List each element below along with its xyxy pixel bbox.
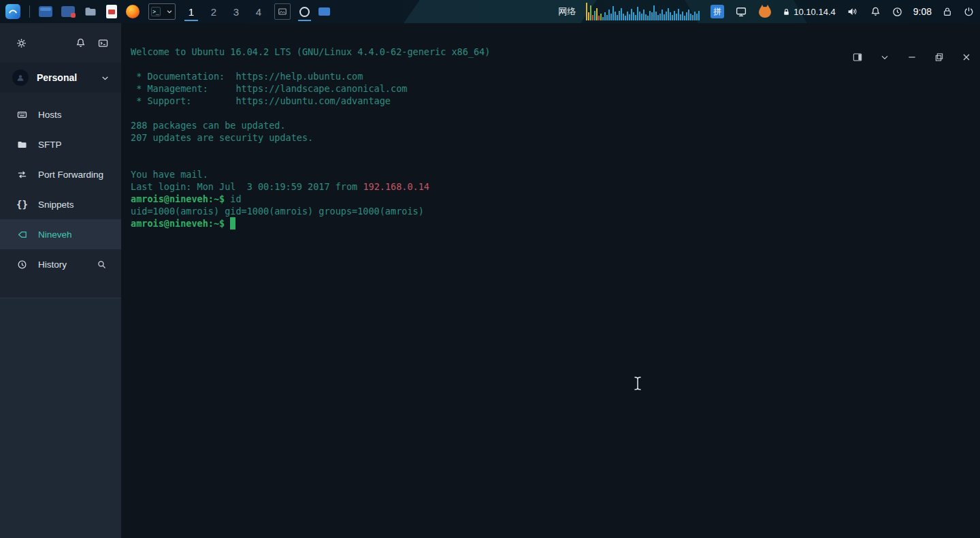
screenshot-tool-icon[interactable] bbox=[299, 1, 310, 22]
search-icon[interactable] bbox=[96, 259, 108, 270]
sidebar-item-sftp[interactable]: SFTP bbox=[0, 129, 121, 159]
editor-app-icon[interactable] bbox=[61, 6, 75, 17]
window-app-icon[interactable] bbox=[39, 6, 52, 17]
sidebar-nav: Hosts SFTP Port Forwarding {} Snippets N… bbox=[0, 99, 121, 279]
taskbar: >_ 1 2 3 4 网络 拼 10.10.14.4 9:08 bbox=[0, 0, 980, 23]
chevron-down-icon[interactable] bbox=[879, 52, 890, 63]
bell-icon[interactable] bbox=[75, 37, 86, 49]
pinyin-input-icon[interactable]: 拼 bbox=[710, 5, 724, 18]
chevron-down-icon bbox=[100, 73, 110, 83]
vpn-ip-indicator[interactable]: 10.10.14.4 bbox=[782, 7, 835, 17]
workspace-3-label: 3 bbox=[233, 6, 239, 18]
workspace-1[interactable]: 1 bbox=[184, 1, 198, 22]
taskbar-separator bbox=[29, 5, 30, 18]
sidebar-item-label: Snippets bbox=[38, 200, 121, 210]
terminal-output[interactable]: Welcome to Ubuntu 16.04.2 LTS (GNU/Linux… bbox=[131, 46, 490, 230]
gear-icon[interactable] bbox=[16, 37, 27, 49]
workspace-1-label: 1 bbox=[189, 6, 194, 18]
workspace-2[interactable]: 2 bbox=[207, 1, 220, 22]
power-icon[interactable] bbox=[963, 6, 975, 18]
sidebar-item-port-forwarding[interactable]: Port Forwarding bbox=[0, 159, 121, 189]
profile-label: Personal bbox=[37, 72, 92, 83]
clock-label[interactable]: 9:08 bbox=[913, 6, 932, 17]
minimize-icon[interactable] bbox=[906, 52, 917, 63]
sidebar-item-label: Hosts bbox=[38, 110, 121, 120]
workspace-2-label: 2 bbox=[211, 6, 216, 18]
lock-icon bbox=[782, 7, 791, 16]
close-icon[interactable] bbox=[961, 52, 972, 63]
sidebar-item-hosts[interactable]: Hosts bbox=[0, 99, 121, 129]
picture-icon bbox=[278, 7, 287, 16]
sidebar: Personal Hosts SFTP Port Forwarding {} S… bbox=[0, 23, 121, 538]
history-clock-icon bbox=[16, 259, 28, 270]
pinyin-label: 拼 bbox=[713, 6, 721, 18]
workspace-4-label: 4 bbox=[256, 6, 261, 18]
notifications-icon[interactable] bbox=[870, 6, 881, 18]
sidebar-item-snippets[interactable]: {} Snippets bbox=[0, 189, 121, 219]
terminal-selector[interactable]: >_ bbox=[148, 3, 176, 20]
profile-selector[interactable]: Personal bbox=[0, 63, 121, 93]
sidebar-item-nineveh[interactable]: Nineveh bbox=[0, 219, 121, 249]
system-monitor-graph bbox=[586, 3, 700, 20]
cat-app-icon[interactable] bbox=[758, 5, 772, 18]
text-cursor-pointer bbox=[633, 376, 642, 391]
terminal-mini-icon: >_ bbox=[151, 7, 161, 16]
avatar bbox=[12, 69, 29, 86]
terminal-badge-icon[interactable] bbox=[97, 37, 109, 49]
sidebar-lower-panel bbox=[0, 298, 121, 538]
time-tracker-icon[interactable] bbox=[892, 6, 903, 18]
termius-app-icon[interactable] bbox=[5, 4, 20, 19]
display-icon[interactable] bbox=[734, 5, 748, 18]
restore-icon[interactable] bbox=[934, 52, 945, 63]
ring-icon bbox=[299, 7, 310, 17]
sidebar-item-history[interactable]: History bbox=[0, 249, 121, 279]
volume-icon[interactable] bbox=[846, 5, 860, 18]
folder-icon bbox=[16, 139, 28, 151]
file-manager-icon[interactable] bbox=[84, 5, 97, 18]
sidebar-item-label: History bbox=[38, 259, 86, 270]
sidebar-item-label: Port Forwarding bbox=[38, 170, 121, 180]
network-label: 网络 bbox=[558, 5, 576, 18]
window-controls bbox=[852, 52, 972, 63]
firefox-icon[interactable] bbox=[126, 5, 140, 18]
snippets-icon: {} bbox=[16, 199, 28, 210]
sidebar-item-label: SFTP bbox=[38, 140, 121, 150]
split-view-icon[interactable] bbox=[852, 52, 863, 63]
host-tag-icon bbox=[16, 229, 28, 240]
ip-address-label: 10.10.14.4 bbox=[794, 7, 835, 17]
minimized-window-icon[interactable] bbox=[318, 7, 330, 16]
image-viewer-icon[interactable] bbox=[274, 3, 291, 20]
chevron-down-icon bbox=[166, 8, 173, 15]
workspace-4[interactable]: 4 bbox=[252, 1, 265, 22]
sidebar-item-label: Nineveh bbox=[38, 230, 121, 240]
pdf-viewer-icon[interactable] bbox=[106, 5, 117, 18]
port-forwarding-icon bbox=[16, 169, 28, 180]
lock-screen-icon[interactable] bbox=[942, 6, 953, 17]
workspace-3[interactable]: 3 bbox=[229, 1, 243, 22]
sidebar-top-icons bbox=[0, 23, 121, 63]
hosts-icon bbox=[16, 109, 28, 121]
